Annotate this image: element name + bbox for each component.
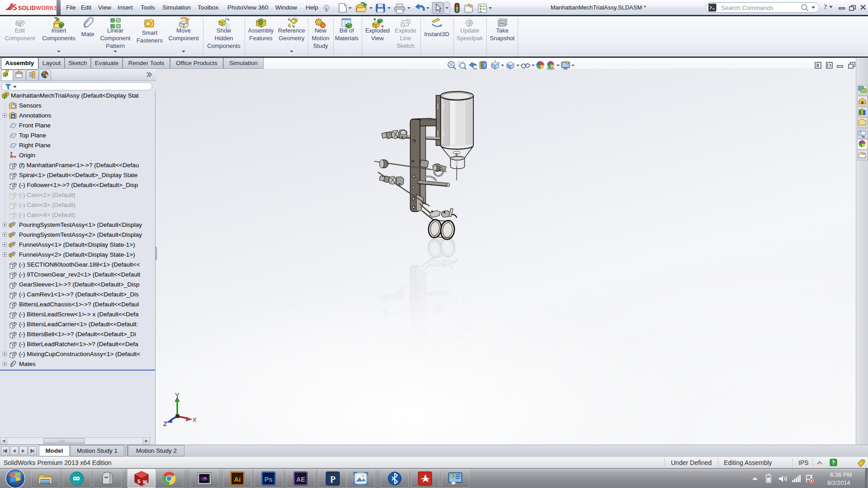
svg-text:P: P (330, 474, 335, 484)
svg-text:W: W (143, 480, 147, 485)
svg-text:SOLIDWORKS: SOLIDWORKS (18, 5, 58, 11)
svg-text:Ps: Ps (264, 475, 273, 483)
svg-text:Search Commands: Search Commands (721, 5, 774, 11)
svg-text:?: ? (824, 3, 827, 10)
svg-text:AE: AE (296, 476, 305, 483)
svg-text:Ai: Ai (234, 475, 241, 483)
svg-text:?: ? (832, 460, 835, 466)
svg-text:S: S (137, 479, 141, 484)
